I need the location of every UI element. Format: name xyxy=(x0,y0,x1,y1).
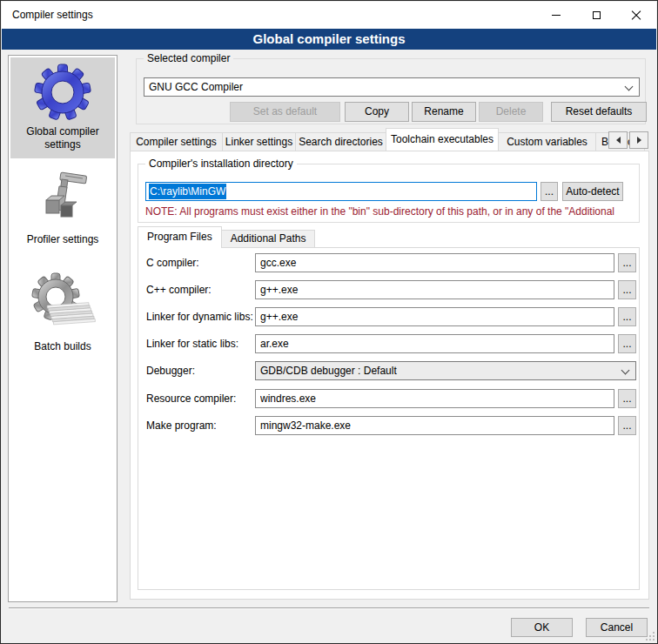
tab-program-files[interactable]: Program Files xyxy=(138,226,222,248)
field-label: Make program: xyxy=(146,416,217,435)
rename-button[interactable]: Rename xyxy=(412,102,476,122)
bin-subdirectory-note: NOTE: All programs must exist either in … xyxy=(145,205,635,218)
sidebar-item-batch-builds[interactable]: Batch builds xyxy=(10,265,115,360)
program-files-page: C compiler: ... C++ compiler: ... Linker… xyxy=(138,247,640,590)
field-row-resource-compiler: Resource compiler: ... xyxy=(138,389,639,408)
compiler-settings-dialog: Compiler settings Global compiler settin… xyxy=(0,0,658,644)
auto-detect-button[interactable]: Auto-detect xyxy=(562,182,623,201)
tab-linker-settings[interactable]: Linker settings xyxy=(222,132,296,151)
field-label: Linker for static libs: xyxy=(146,334,238,353)
triangle-right-icon xyxy=(637,137,641,144)
debugger-value: GDB/CDB debugger : Default xyxy=(260,365,397,377)
linker-dynamic-input[interactable] xyxy=(255,307,614,326)
selected-compiler-group: Selected compiler GNU GCC Compiler Set a… xyxy=(136,58,646,124)
resource-compiler-browse-button[interactable]: ... xyxy=(618,389,636,408)
tab-scroll-left-button[interactable] xyxy=(608,131,628,149)
minimize-icon xyxy=(552,15,561,16)
field-row-cpp-compiler: C++ compiler: ... xyxy=(138,280,639,299)
dialog-banner: Global compiler settings xyxy=(2,29,656,50)
titlebar[interactable]: Compiler settings xyxy=(2,2,656,29)
sidebar-item-label: Batch builds xyxy=(34,340,91,353)
field-row-linker-static: Linker for static libs: ... xyxy=(138,334,639,353)
group-label: Selected compiler xyxy=(144,52,233,65)
tab-scroll-right-button[interactable] xyxy=(629,131,648,149)
footer-separator xyxy=(9,607,649,609)
field-label: Linker for dynamic libs: xyxy=(146,307,253,326)
triangle-left-icon xyxy=(616,137,621,144)
settings-category-list: Global compiler settings Profiler settin… xyxy=(8,55,118,602)
linker-static-browse-button[interactable]: ... xyxy=(618,334,636,353)
linker-static-input[interactable] xyxy=(255,334,614,353)
tab-additional-paths[interactable]: Additional Paths xyxy=(221,230,316,247)
cpp-compiler-browse-button[interactable]: ... xyxy=(618,280,636,299)
make-program-input[interactable] xyxy=(255,416,614,435)
caliper-icon xyxy=(32,169,93,230)
linker-dynamic-browse-button[interactable]: ... xyxy=(618,307,636,326)
close-icon xyxy=(631,10,641,21)
cpp-compiler-input[interactable] xyxy=(255,280,614,299)
compiler-settings-tabs: Compiler settings Linker settings Search… xyxy=(130,128,649,151)
c-compiler-browse-button[interactable]: ... xyxy=(618,253,636,272)
install-dir-browse-button[interactable]: ... xyxy=(540,182,558,201)
field-label: C compiler: xyxy=(146,253,199,272)
sidebar-item-global-compiler-settings[interactable]: Global compiler settings xyxy=(10,57,115,158)
field-label: Resource compiler: xyxy=(146,389,236,408)
window-title: Compiler settings xyxy=(12,9,93,21)
maximize-button[interactable] xyxy=(576,2,616,29)
make-program-browse-button[interactable]: ... xyxy=(618,416,636,435)
sidebar-item-label: Profiler settings xyxy=(27,233,99,246)
chevron-down-icon xyxy=(625,83,634,91)
field-label: C++ compiler: xyxy=(146,280,212,299)
minimize-button[interactable] xyxy=(536,2,576,29)
resource-compiler-input[interactable] xyxy=(255,389,614,408)
tab-compiler-settings[interactable]: Compiler settings xyxy=(130,132,223,151)
copy-button[interactable]: Copy xyxy=(345,102,409,122)
batch-builds-gear-icon xyxy=(30,271,96,337)
sidebar-item-label: Global compiler settings xyxy=(12,125,113,151)
sidebar-item-profiler-settings[interactable]: Profiler settings xyxy=(10,164,115,253)
cancel-button[interactable]: Cancel xyxy=(586,618,648,637)
selected-compiler-combobox[interactable]: GNU GCC Compiler xyxy=(144,77,640,97)
chevron-down-icon xyxy=(621,366,630,375)
delete-button[interactable]: Delete xyxy=(479,102,543,122)
field-row-c-compiler: C compiler: ... xyxy=(138,253,639,272)
c-compiler-input[interactable] xyxy=(255,253,614,272)
installation-directory-group: Compiler's installation directory C:\ray… xyxy=(138,164,640,223)
reset-defaults-button[interactable]: Reset defaults xyxy=(551,102,647,122)
field-row-make-program: Make program: ... xyxy=(138,416,639,435)
maximize-icon xyxy=(593,11,601,19)
field-label: Debugger: xyxy=(146,361,195,380)
tab-toolchain-executables[interactable]: Toolchain executables xyxy=(386,128,499,151)
group-label: Compiler's installation directory xyxy=(145,158,297,171)
tab-search-directories[interactable]: Search directories xyxy=(295,132,386,151)
ok-button[interactable]: OK xyxy=(511,618,573,637)
resize-grip[interactable] xyxy=(653,639,655,641)
field-row-linker-dynamic: Linker for dynamic libs: ... xyxy=(138,307,639,326)
set-as-default-button[interactable]: Set as default xyxy=(230,102,340,122)
close-button[interactable] xyxy=(616,2,656,29)
selected-compiler-value: GNU GCC Compiler xyxy=(149,81,243,93)
field-row-debugger: Debugger: GDB/CDB debugger : Default xyxy=(138,361,639,380)
debugger-select[interactable]: GDB/CDB debugger : Default xyxy=(255,361,636,380)
program-files-tabs: Program Files Additional Paths xyxy=(138,226,486,247)
toolchain-executables-page: Compiler's installation directory C:\ray… xyxy=(130,151,649,600)
install-dir-selected-text: C:\raylib\MinGW xyxy=(149,184,226,199)
tab-custom-variables[interactable]: Custom variables xyxy=(498,132,596,151)
install-dir-input[interactable]: C:\raylib\MinGW xyxy=(145,182,537,201)
blue-gear-icon xyxy=(34,63,91,122)
paper-stack-icon xyxy=(47,302,95,325)
